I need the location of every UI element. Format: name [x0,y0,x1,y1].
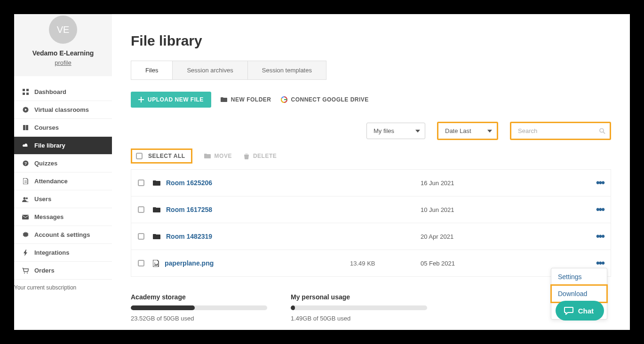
profile-card: VE Vedamo E-Learning profile [14,14,112,76]
file-checkbox[interactable] [138,180,144,186]
plus-icon [138,97,144,102]
sidebar-item-orders[interactable]: Orders [14,262,112,280]
svg-line-17 [603,132,605,133]
sidebar-item-dashboard[interactable]: Dashboard [14,83,112,101]
file-list: Room 162520616 Jun 2021•••Room 161725810… [131,169,611,277]
sort-select[interactable]: Date Last [437,122,498,140]
new-folder-button[interactable]: NEW FOLDER [221,96,271,103]
sidebar-item-label: Dashboard [34,88,66,95]
doc-icon [21,178,30,184]
grid-icon [21,89,30,95]
folder-icon [204,153,211,159]
sidebar-item-label: Orders [34,267,55,274]
sidebar-item-messages[interactable]: Messages [14,208,112,226]
select-all-checkbox[interactable] [136,153,143,159]
sidebar-item-integrations[interactable]: Integrations [14,244,112,262]
folder-icon [153,180,160,186]
file-menu-button[interactable]: ••• [590,230,604,242]
svg-rect-3 [26,93,29,95]
sidebar-item-label: Messages [34,213,64,220]
play-icon [21,107,30,113]
gear-icon [21,232,30,238]
filter-row: My files Date Last [131,122,611,140]
upload-label: UPLOAD NEW FILE [148,96,204,103]
personal-storage-text: 1.49GB of 50GB used [291,315,427,322]
profile-link[interactable]: profile [55,59,71,66]
upload-button[interactable]: UPLOAD NEW FILE [131,92,211,108]
move-label: MOVE [215,153,232,159]
file-checkbox[interactable] [138,206,144,213]
file-row: Room 148231920 Apr 2021••• [131,223,611,250]
bolt-icon [21,250,30,256]
academy-storage-title: Academy storage [131,293,267,301]
academy-progress [131,305,267,310]
google-icon [281,96,287,103]
file-name[interactable]: Room 1482319 [166,233,350,240]
select-all-label: SELECT ALL [148,153,185,159]
file-name[interactable]: paperplane.png [165,259,350,267]
file-menu-button[interactable]: ••• [590,177,604,189]
tab-files[interactable]: Files [131,61,173,79]
file-image-icon [153,260,159,267]
file-date: 10 Jun 2021 [421,206,505,213]
sidebar-item-label: Courses [34,124,59,131]
personal-storage-title: My personal usage [291,293,427,301]
file-date: 20 Apr 2021 [421,233,505,240]
sidebar-item-label: Account & settings [34,231,90,238]
context-item-download[interactable]: Download [550,284,608,303]
main: File library FilesSession archivesSessio… [112,14,630,330]
move-button[interactable]: MOVE [204,153,232,159]
academy-storage: Academy storage 23.52GB of 50GB used [131,293,267,322]
tab-session-templates[interactable]: Session templates [248,61,326,79]
svg-rect-1 [26,89,29,91]
svg-point-13 [24,273,25,274]
delete-button[interactable]: DELETE [244,153,277,159]
scope-select[interactable]: My files [366,123,425,139]
users-icon [21,196,30,202]
file-menu-button[interactable]: ••• [590,203,604,216]
connect-drive-button[interactable]: CONNECT GOOGLE DRIVE [281,96,369,103]
personal-progress [291,305,427,310]
file-row: Room 162520616 Jun 2021••• [131,170,611,196]
trash-icon [244,153,249,159]
sidebar-item-attendance[interactable]: Attendance [14,172,112,190]
subscription-label: Your current subscription [14,280,112,291]
folder-icon [221,97,227,102]
svg-point-10 [26,197,28,199]
chat-icon [564,306,573,315]
sidebar-item-virtual-classrooms[interactable]: Virtual classrooms [14,101,112,119]
tab-session-archives[interactable]: Session archives [173,61,247,79]
file-checkbox[interactable] [138,260,144,266]
cloud-icon [21,143,30,148]
search-icon [599,128,605,134]
sidebar-item-quizzes[interactable]: ?Quizzes [14,155,112,172]
sidebar-item-account-settings[interactable]: Account & settings [14,226,112,244]
toolbar: UPLOAD NEW FILE NEW FOLDER CONNECT GOOGL… [131,92,611,108]
file-name[interactable]: Room 1625206 [166,179,350,187]
file-name[interactable]: Room 1617258 [166,206,350,213]
file-checkbox[interactable] [138,233,144,240]
search-input[interactable] [510,122,611,140]
svg-point-9 [24,197,26,199]
action-row: SELECT ALL MOVE DELETE [131,149,611,164]
new-folder-label: NEW FOLDER [231,96,271,103]
sidebar-item-file-library[interactable]: File library [14,137,112,155]
sidebar-item-label: Quizzes [34,160,57,167]
file-date: 05 Feb 2021 [421,260,505,267]
connect-drive-label: CONNECT GOOGLE DRIVE [291,96,369,103]
svg-point-16 [600,128,604,132]
sidebar-item-label: Attendance [34,178,68,185]
search-wrap [510,122,611,140]
sidebar-item-courses[interactable]: Courses [14,119,112,137]
nav: DashboardVirtual classroomsCoursesFile l… [14,83,112,280]
svg-rect-0 [23,89,25,91]
svg-rect-2 [23,93,25,95]
book-icon [21,125,30,131]
avatar: VE [49,16,77,44]
chat-widget[interactable]: Chat [556,301,604,321]
tabs: FilesSession archivesSession templates [131,61,326,80]
file-row: Room 161725810 Jun 2021••• [131,196,611,223]
context-item-settings[interactable]: Settings [551,268,607,285]
sidebar-item-users[interactable]: Users [14,190,112,208]
svg-point-18 [154,263,155,264]
